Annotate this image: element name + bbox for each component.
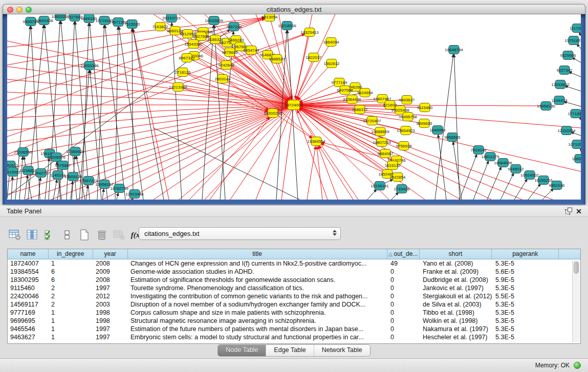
table-options-button[interactable] (7, 228, 23, 242)
graph-node-label: 16543382 (184, 42, 203, 47)
table-cell: 14569117 (8, 300, 49, 309)
table-row[interactable]: 1830029562008Estimation of significance … (8, 276, 580, 284)
table-row[interactable]: 969969511998Structural magnetic resonanc… (8, 317, 580, 325)
citation-network-graph[interactable]: 9355724206914061065326715276026466160107… (7, 14, 581, 200)
table-row[interactable]: 1938455462009Genome-wide association stu… (8, 268, 580, 276)
table-row[interactable]: 1456911722003Disruption of a novel membe… (8, 300, 580, 309)
table-cell: 1998 (93, 309, 128, 317)
table-cell: Disruption of a novel member of a sodium… (128, 300, 388, 309)
table-cell: 2 (49, 300, 93, 309)
table-cell: Estimation of significance thresholds fo… (128, 276, 388, 284)
graph-node-label: 8967322 (179, 56, 195, 60)
graph-node-label: 9777169 (331, 80, 347, 85)
table-cell: 6 (49, 276, 93, 284)
table-cell: 5.3E-5 (493, 284, 560, 292)
graph-node-label: 1562612 (323, 61, 340, 66)
table-cell: 2003 (93, 300, 128, 309)
graph-node-label: 3624554 (357, 91, 373, 95)
table-panel-body: f(x) citations_edges.txt namein_degreeye… (0, 217, 588, 358)
graph-node-label: 18611275 (482, 155, 500, 159)
graph-node-label: 1117209 (570, 26, 581, 31)
tab-node-table[interactable]: Node Table (218, 345, 266, 356)
table-cell: 1 (49, 309, 93, 317)
column-header-in_degree[interactable]: in_degree (49, 249, 93, 259)
graph-node-label: 1145194 (50, 173, 66, 178)
graph-node-label: 9958565 (444, 135, 461, 140)
graph-node-label: 20053346 (80, 63, 99, 68)
table-cell: 5.3E-5 (493, 259, 560, 268)
delete-column-button[interactable] (94, 228, 110, 242)
graph-node-label: 18325413 (300, 30, 319, 35)
graph-node-label: 9245012 (508, 167, 524, 171)
table-row[interactable]: 977716911998Corpus callosum shape and si… (8, 309, 580, 317)
table-cell: Estimation of the future numbers of pati… (128, 325, 388, 333)
node-table: namein_degreeyeartitle△out_de...shortpag… (7, 249, 581, 344)
network-window-titlebar[interactable]: citations_edges.txt (3, 4, 585, 14)
column-header-name[interactable]: name (8, 249, 49, 259)
table-cell: 0 (388, 309, 420, 317)
graph-node-label: 1640954 (429, 128, 446, 133)
column-header-year[interactable]: year (93, 249, 128, 259)
network-canvas[interactable]: 9355724206914061065326715276026466160107… (7, 14, 581, 200)
table-row[interactable]: 2242004622012Investigating the contribut… (8, 292, 580, 300)
graph-node-label: 17359924 (66, 149, 84, 154)
table-cell: 9115460 (8, 284, 49, 292)
vertical-scrollbar[interactable] (572, 260, 580, 342)
graph-node-label: 9884067 (377, 151, 394, 156)
graph-node-label: 2718126 (175, 70, 191, 75)
rows-stack-button[interactable] (59, 228, 75, 242)
graph-node-label: 9899695 (416, 121, 432, 126)
status-bar: Memory: OK (0, 358, 588, 372)
graph-node-label: 1065335 (572, 157, 581, 161)
graph-node-label: 20691406 (35, 18, 53, 23)
table-cell: Embryonic stem cells: a model to study s… (128, 333, 388, 341)
column-header-title[interactable]: title (128, 249, 387, 259)
graph-node-label: 18807293 (373, 140, 391, 145)
table-cell: de Silva et al. (2003) (420, 300, 493, 309)
graph-node-label: 18724007 (285, 103, 303, 107)
table-cell: 5.3E-5 (493, 300, 560, 309)
column-header-short[interactable]: short (420, 249, 492, 259)
table-selector-value: citations_edges.txt (144, 230, 200, 237)
table-selector-dropdown[interactable]: citations_edges.txt (139, 227, 341, 240)
graph-node-label: 12093832 (551, 82, 570, 87)
new-column-button[interactable] (77, 228, 92, 242)
table-row[interactable]: 1872400712008Changes of HCN gene express… (8, 259, 580, 268)
table-cell: 1 (49, 317, 93, 325)
graph-node-label: 12213389 (169, 85, 187, 90)
table-cell: 0 (388, 292, 420, 300)
graph-node-label: 10025438 (391, 108, 409, 113)
table-cell: 2012 (93, 292, 128, 300)
table-cell: Tourette syndrome. Phenomenology and cla… (128, 284, 388, 292)
table-cell: 2009 (93, 268, 128, 276)
graph-node-label: 1822037 (306, 55, 322, 60)
close-panel-icon[interactable]: ✕ (574, 207, 584, 216)
table-cell: 5.9E-5 (493, 276, 560, 284)
table-cell: 5.3E-5 (493, 333, 560, 341)
graph-node-label: 12110354 (558, 128, 576, 133)
graph-node-label: 621602 (383, 103, 397, 107)
scrollbar-thumb[interactable] (574, 261, 579, 274)
table-row[interactable]: 946554611997Estimation of the future num… (8, 325, 580, 333)
column-visibility-button[interactable] (25, 228, 40, 242)
table-cell: 0 (388, 276, 420, 284)
graph-node-label: 9975887 (55, 163, 71, 168)
table-cell: Structural magnetic resonance image aver… (128, 317, 388, 325)
application-desktop: citations_edges.txt 93557242069140610653… (0, 0, 588, 372)
float-panel-icon[interactable] (563, 207, 574, 216)
table-cell: 1997 (93, 325, 128, 333)
row-selection-mode-button[interactable] (42, 228, 57, 242)
table-cell: 1998 (93, 317, 128, 325)
graph-node-label: 20333719 (162, 16, 181, 20)
table-cell: Yano et al. (2008) (420, 259, 493, 268)
column-header-out_de[interactable]: △out_de... (387, 249, 420, 259)
tab-edge-table[interactable]: Edge Table (266, 345, 314, 356)
column-header-pagerank[interactable]: pagerank (492, 249, 559, 259)
table-cell: 9463627 (8, 333, 49, 341)
tab-network-table[interactable]: Network Table (314, 345, 370, 356)
table-cell: 0 (388, 300, 420, 309)
table-row[interactable]: 911546021997Tourette syndrome. Phenomeno… (8, 284, 580, 292)
table-cell: 0 (388, 268, 420, 276)
table-panel-header: Table Panel ✕ (0, 206, 588, 217)
table-row[interactable]: 946362711997Embryonic stem cells: a mode… (8, 333, 580, 341)
